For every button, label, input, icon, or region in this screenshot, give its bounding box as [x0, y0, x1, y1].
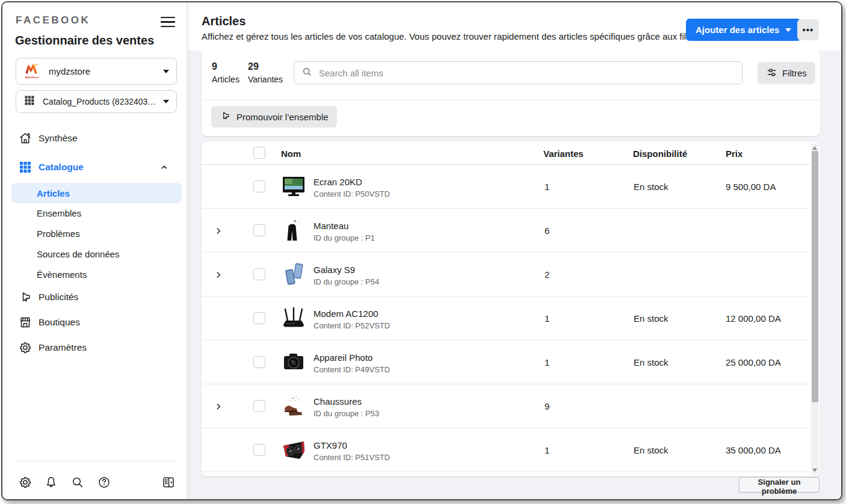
row-checkbox[interactable]: [253, 268, 265, 280]
row-checkbox[interactable]: [253, 444, 265, 456]
expand-row-chevron-icon[interactable]: [214, 402, 223, 411]
variants-count: 1: [545, 445, 549, 455]
sidebar-item-publicites[interactable]: Publicités: [2, 284, 187, 310]
row-checkbox[interactable]: [253, 400, 265, 412]
variants-count: 2: [545, 269, 549, 280]
availability-status: En stock: [634, 313, 668, 324]
shoes-product-image: [280, 392, 307, 420]
help-icon[interactable]: [97, 475, 111, 490]
mydzstore-logo: MyDzStore: [23, 61, 42, 82]
app-window: FACEBOOK Gestionnaire des ventes MyDzSto…: [1, 1, 842, 500]
toolbar-divider: [202, 100, 820, 100]
variants-count-label: Variantes: [248, 75, 283, 84]
sidebar-item-label: Paramètres: [39, 342, 87, 353]
notifications-icon[interactable]: [44, 475, 58, 490]
product-id: ID du groupe : P53: [313, 409, 379, 418]
product-id: Content ID: P50VSTD: [313, 189, 390, 198]
availability-status: En stock: [634, 182, 668, 192]
product-name: Modem AC1200: [313, 309, 378, 319]
availability-status: En stock: [634, 445, 668, 455]
table-row[interactable]: ChaussuresID du groupe : P539: [202, 384, 810, 428]
price: 12 000,00 DA: [726, 313, 781, 324]
sidebar-item-sources-de-donnees[interactable]: Sources de données: [11, 244, 182, 264]
promote-set-label: Promouvoir l’ensemble: [236, 112, 329, 122]
table-row[interactable]: GTX970Content ID: P51VSTD1En stock35 000…: [202, 428, 810, 472]
search-icon[interactable]: [70, 475, 85, 490]
table-scrollbar[interactable]: [811, 143, 819, 475]
search-box: [294, 61, 743, 84]
column-header-prix: Prix: [726, 149, 743, 159]
scrollbar-thumb[interactable]: [812, 151, 818, 402]
table-row[interactable]: Galaxy S9ID du groupe : P542: [202, 253, 810, 297]
store-selector-label: mydzstore: [49, 66, 158, 76]
product-id: ID du groupe : P54: [313, 277, 379, 286]
report-problem-button[interactable]: Signaler un problème: [739, 477, 820, 493]
column-header-disponibilite: Disponibilité: [633, 149, 687, 159]
chevron-up-icon[interactable]: [159, 162, 169, 174]
chevron-down-icon: [163, 70, 169, 73]
home-icon: [18, 131, 32, 146]
scroll-up-arrow[interactable]: [812, 146, 817, 150]
sidebar-subitem-label: Problèmes: [37, 229, 80, 239]
monitor-product-image: [280, 173, 307, 200]
add-articles-button[interactable]: Ajouter des articles: [686, 19, 801, 41]
price: 25 000,00 DA: [726, 357, 781, 367]
product-id: Content ID: P51VSTD: [313, 453, 390, 462]
row-checkbox[interactable]: [253, 312, 265, 324]
camera-product-image: [280, 348, 307, 376]
more-options-button[interactable]: •••: [797, 19, 819, 40]
filters-button[interactable]: Filtres: [758, 62, 815, 84]
scroll-down-arrow[interactable]: [812, 469, 817, 472]
row-checkbox[interactable]: [253, 224, 265, 236]
app-title: Gestionnaire des ventes: [15, 34, 154, 48]
shop-icon: [18, 315, 32, 330]
product-name: Chaussures: [313, 396, 362, 407]
settings-icon[interactable]: [18, 475, 32, 490]
coat-product-image: [280, 217, 307, 244]
gpu-product-image: [280, 436, 307, 464]
sidebar-item-evenements[interactable]: Évènements: [11, 265, 182, 284]
page-subtitle: Affichez et gérez tous les articles de v…: [202, 31, 716, 41]
sidebar-divider: [16, 461, 177, 461]
sidebar-item-problemes[interactable]: Problèmes: [11, 224, 182, 244]
sidebar-item-label: Boutiques: [39, 317, 80, 328]
variants-count: 1: [545, 313, 549, 324]
promote-set-button[interactable]: Promouvoir l’ensemble: [211, 106, 337, 128]
sidebar-item-articles[interactable]: Articles: [11, 183, 182, 203]
catalog-selector[interactable]: Catalog_Products (82324032...: [16, 90, 177, 113]
expand-row-chevron-icon[interactable]: [214, 226, 223, 236]
filters-label: Filtres: [782, 68, 807, 78]
product-name: Galaxy S9: [313, 265, 355, 275]
articles-count-value: 9: [212, 61, 239, 72]
sidebar-item-parametres[interactable]: Paramètres: [2, 334, 187, 361]
table-body: Ecran 20KDContent ID: P50VSTD1En stock9 …: [202, 165, 810, 476]
table-row[interactable]: Modem AC1200Content ID: P52VSTD1En stock…: [202, 297, 810, 340]
chevron-down-icon: [785, 28, 791, 32]
product-id: Content ID: P52VSTD: [313, 321, 390, 330]
sidebar-item-ensembles[interactable]: Ensembles: [11, 203, 182, 223]
sliders-icon: [766, 67, 777, 80]
articles-count-label: Articles: [212, 75, 239, 84]
sidebar-item-synthese[interactable]: Synthèse: [2, 125, 187, 152]
row-checkbox[interactable]: [253, 356, 265, 368]
store-selector[interactable]: MyDzStore mydzstore: [16, 58, 177, 85]
sidebar-item-boutiques[interactable]: Boutiques: [2, 309, 187, 336]
sidebar-item-label: Synthèse: [39, 133, 78, 144]
expand-row-chevron-icon[interactable]: [214, 270, 223, 280]
sidebar-item-catalogue[interactable]: Catalogue: [2, 154, 187, 180]
sidebar-subitem-label: Sources de données: [37, 249, 120, 259]
table-row[interactable]: Ecran 20KDContent ID: P50VSTD1En stock9 …: [202, 165, 810, 209]
table-row[interactable]: Appareil PhotoContent ID: P49VSTD1En sto…: [202, 340, 810, 384]
row-checkbox[interactable]: [253, 180, 265, 192]
hamburger-menu-icon[interactable]: [161, 17, 175, 28]
product-id: ID du groupe : P1: [313, 233, 375, 242]
price: 9 500,00 DA: [726, 182, 776, 192]
sidebar-subitem-label: Ensembles: [37, 208, 81, 218]
table-row[interactable]: ManteauID du groupe : P16: [202, 209, 810, 253]
select-all-checkbox[interactable]: [253, 147, 265, 159]
search-input[interactable]: [319, 68, 735, 78]
magnifier-icon: [301, 66, 313, 80]
variants-count-value: 29: [248, 61, 283, 72]
articles-table-card: Nom Variantes Disponibilité Prix Ecran 2…: [202, 142, 820, 476]
collapse-sidebar-icon[interactable]: [161, 475, 176, 490]
